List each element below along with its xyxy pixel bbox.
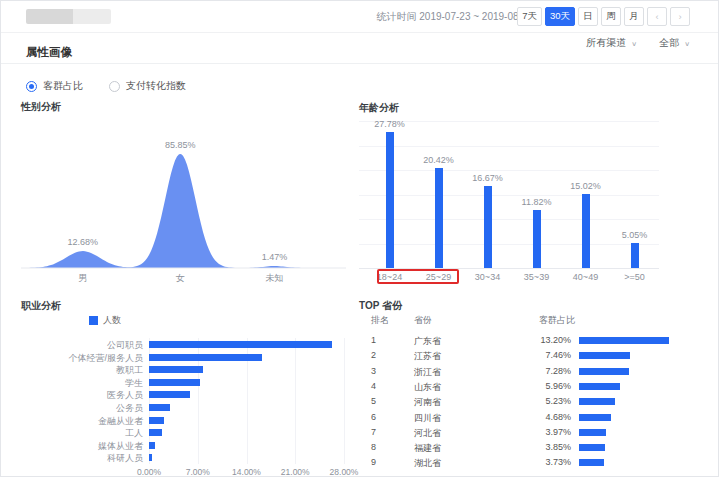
percentage-cell: 3.85%	[517, 442, 571, 452]
occupation-chart: 人数0.00%7.00%14.00%21.00%28.00%公司职员个体经营/服…	[21, 297, 356, 477]
tab-radio-label: 支付转化指数	[126, 79, 186, 93]
scope-select[interactable]: 全部 ∨	[659, 36, 690, 50]
rank-cell: 8	[371, 442, 376, 452]
time-range-button[interactable]: 7天	[517, 7, 542, 26]
occupation-row: 教职工	[21, 363, 356, 376]
age-bar	[582, 194, 590, 268]
occupation-bar	[149, 454, 152, 461]
topbar: 统计时间 2019-07-23 ~ 2019-08-21 7天30天日周月‹›	[1, 1, 718, 33]
chevron-down-icon: ∨	[631, 39, 637, 46]
filter-row: 所有渠道 ∨ 全部 ∨	[586, 36, 690, 50]
occupation-bar	[149, 366, 203, 373]
rank-cell: 5	[371, 396, 376, 406]
legend-swatch-icon	[89, 316, 98, 325]
province-cell: 河北省	[414, 427, 441, 440]
province-bar	[579, 368, 629, 375]
table-row: 5河南省5.23%	[359, 396, 709, 411]
table-row: 3浙江省7.28%	[359, 366, 709, 381]
x-axis-tick-label: 14.00%	[232, 467, 261, 477]
gender-value-label: 85.85%	[165, 140, 196, 150]
table-row: 7河北省3.97%	[359, 427, 709, 442]
percentage-cell: 7.46%	[517, 350, 571, 360]
rank-cell: 3	[371, 366, 376, 376]
age-bar	[386, 132, 394, 268]
gridline	[359, 219, 659, 220]
scope-select-value: 全部	[659, 36, 679, 50]
time-range-button[interactable]: 周	[601, 7, 621, 26]
tab-radio-1[interactable]: 支付转化指数	[109, 79, 186, 93]
gender-value-label: 1.47%	[262, 252, 288, 262]
table-row: 4山东省5.96%	[359, 381, 709, 396]
age-category-label: >=50	[624, 272, 645, 282]
time-range-button[interactable]: 日	[578, 7, 598, 26]
prev-page-button[interactable]: ‹	[647, 7, 667, 26]
percentage-cell: 3.73%	[517, 457, 571, 467]
age-value-label: 16.67%	[472, 173, 503, 183]
occupation-bar	[149, 417, 164, 424]
rank-cell: 7	[371, 427, 376, 437]
age-value-label: 27.78%	[374, 119, 405, 129]
age-category-label: 40~49	[573, 272, 598, 282]
table-header: 排名	[371, 314, 389, 327]
gridline	[359, 244, 659, 245]
time-range-button[interactable]: 月	[624, 7, 644, 26]
table-header: 客群占比	[539, 314, 575, 327]
province-cell: 江苏省	[414, 350, 441, 363]
time-range-button[interactable]: 30天	[545, 7, 575, 26]
channel-select-value: 所有渠道	[586, 36, 626, 50]
percentage-cell: 13.20%	[517, 335, 571, 345]
percentage-cell: 7.28%	[517, 366, 571, 376]
province-bar	[579, 459, 604, 466]
x-axis-tick-label: 7.00%	[186, 467, 210, 477]
red-annotation-box	[377, 269, 459, 284]
table-header: 省份	[414, 314, 432, 327]
table-row: 1广东省13.20%	[359, 335, 709, 350]
occupation-bar	[149, 341, 332, 348]
occupation-bar	[149, 442, 155, 449]
percentage-cell: 4.68%	[517, 412, 571, 422]
gender-category-label: 未知	[266, 272, 284, 285]
provinces-table: 排名省份客群占比1广东省13.20%2江苏省7.46%3浙江省7.28%4山东省…	[359, 297, 709, 477]
province-bar	[579, 429, 606, 436]
province-bar	[579, 352, 630, 359]
province-bar	[579, 398, 615, 405]
redacted-title	[26, 9, 111, 24]
table-row: 9湖北省3.73%	[359, 457, 709, 472]
province-bar	[579, 414, 611, 421]
legend-item[interactable]: 人数	[89, 314, 121, 327]
occupation-row: 金融从业者	[21, 414, 356, 427]
gridline	[359, 195, 659, 196]
gridline	[359, 170, 659, 171]
age-bar	[533, 210, 541, 268]
stat-time-label: 统计时间 2019-07-23 ~ 2019-08-21	[377, 10, 533, 24]
rank-cell: 2	[371, 350, 376, 360]
age-bar	[631, 243, 639, 268]
table-row: 8福建省3.85%	[359, 442, 709, 457]
occupation-bar	[149, 354, 262, 361]
province-bar	[579, 337, 669, 344]
occupation-row: 公司职员	[21, 338, 356, 351]
gender-chart-title: 性别分析	[21, 100, 61, 114]
age-bar	[435, 168, 443, 268]
occupation-row: 公务员	[21, 401, 356, 414]
occupation-row: 医务人员	[21, 388, 356, 401]
rank-cell: 9	[371, 457, 376, 467]
occupation-bar	[149, 404, 170, 411]
province-cell: 河南省	[414, 396, 441, 409]
x-axis-tick-label: 0.00%	[137, 467, 161, 477]
occupation-row: 科研人员	[21, 451, 356, 464]
chevron-down-icon: ∨	[684, 39, 690, 46]
radio-icon	[109, 81, 120, 92]
channel-select[interactable]: 所有渠道 ∨	[586, 36, 637, 50]
rank-cell: 4	[371, 381, 376, 391]
age-category-label: 35~39	[524, 272, 549, 282]
age-value-label: 5.05%	[622, 230, 648, 240]
rank-cell: 6	[371, 412, 376, 422]
province-cell: 山东省	[414, 381, 441, 394]
occupation-row: 个体经营/服务人员	[21, 351, 356, 364]
analytics-dashboard: 统计时间 2019-07-23 ~ 2019-08-21 7天30天日周月‹› …	[0, 0, 719, 477]
percentage-cell: 5.96%	[517, 381, 571, 391]
next-page-button[interactable]: ›	[670, 7, 690, 26]
tab-radio-0[interactable]: 客群占比	[26, 79, 83, 93]
percentage-cell: 5.23%	[517, 396, 571, 406]
